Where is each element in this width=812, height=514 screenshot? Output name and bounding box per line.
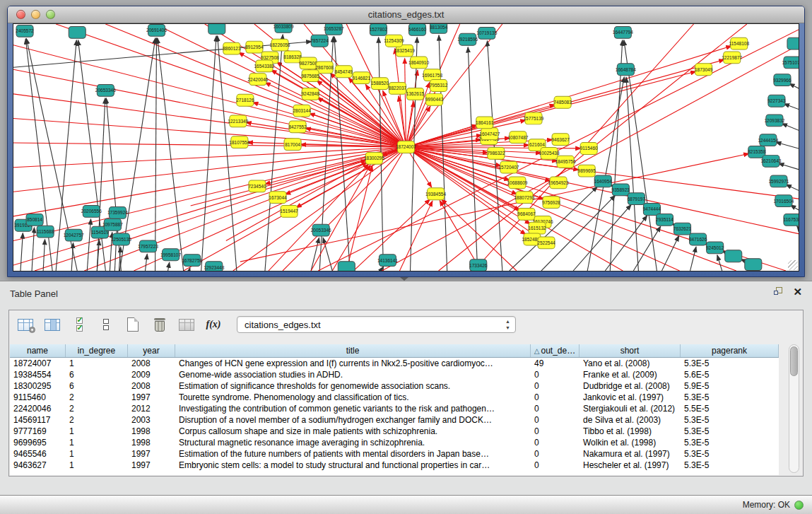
table-cell[interactable]: Dudbridge et al. (2008) — [579, 380, 681, 392]
table-cell[interactable]: Corpus callosum shape and size in male p… — [175, 426, 531, 437]
citation-edge-black[interactable] — [87, 219, 90, 271]
graph-node[interactable]: 7955312 — [430, 80, 448, 92]
column-header-pagerank[interactable]: pagerank — [681, 344, 779, 357]
graph-node[interactable]: 6466160 — [408, 24, 427, 35]
graph-node[interactable]: 16543382 — [254, 60, 274, 72]
minimize-window-button[interactable] — [31, 10, 40, 19]
table-cell[interactable]: Yano et al. (2008) — [579, 358, 681, 369]
network-window-titlebar[interactable]: citations_edges.txt — [8, 6, 804, 23]
citation-edge-black[interactable] — [778, 163, 799, 170]
table-cell[interactable]: 0 — [531, 380, 579, 392]
table-cell[interactable]: 5.9E-5 — [681, 380, 779, 392]
new-column-icon[interactable] — [124, 316, 142, 333]
graph-node[interactable]: 2405572 — [16, 25, 34, 37]
table-cell[interactable]: 5.3E-5 — [681, 414, 779, 426]
graph-node[interactable]: 1873049 — [695, 64, 713, 76]
citation-edge-black[interactable] — [786, 185, 799, 190]
graph-node[interactable]: 7632621 — [673, 223, 692, 235]
select-columns-icon[interactable] — [70, 316, 88, 333]
graph-node[interactable]: 20053346 — [311, 224, 331, 236]
citation-edge-red[interactable] — [265, 147, 406, 185]
graph-node[interactable]: 8912954 — [245, 41, 264, 53]
graph-node[interactable]: 1640954 — [594, 175, 613, 187]
graph-node[interactable]: 12093832 — [764, 115, 784, 127]
graph-node[interactable]: 18300295 — [364, 152, 384, 164]
table-cell[interactable]: 1 — [66, 448, 128, 460]
graph-node[interactable]: 20691406 — [146, 24, 167, 36]
graph-node[interactable]: 20653346 — [95, 85, 116, 97]
table-cell[interactable]: 19384554 — [10, 369, 66, 380]
table-row[interactable]: 946554611997Estimation of the future num… — [10, 448, 779, 460]
table-cell[interactable]: Jankovic et al. (1997) — [579, 392, 681, 403]
table-cell[interactable]: Tibbo et al. (1998) — [579, 426, 681, 437]
table-cell[interactable]: Estimation of significance thresholds fo… — [175, 380, 531, 392]
graph-node[interactable]: 16210643 — [760, 155, 781, 167]
table-cell[interactable]: Embryonic stem cells: a model to study s… — [175, 460, 531, 471]
graph-node[interactable]: 9684067 — [517, 209, 536, 221]
graph-node[interactable]: 1615132 — [528, 222, 546, 234]
column-header-name[interactable]: name — [10, 344, 66, 357]
graph-node[interactable]: 17359924 — [107, 207, 128, 219]
table-cell[interactable]: 18724007 — [10, 358, 66, 369]
citation-edge-black[interactable] — [218, 36, 237, 271]
table-options-icon[interactable] — [16, 316, 35, 333]
table-cell[interactable]: Nakamura et al. (1997) — [579, 448, 681, 460]
graph-node[interactable] — [208, 24, 225, 34]
table-selector-dropdown[interactable]: citations_edges.txt ▲▼ — [237, 316, 516, 333]
graph-node[interactable]: 9990443 — [425, 93, 444, 105]
graph-node[interactable]: 1733426 — [469, 259, 488, 271]
graph-node[interactable]: 12219877 — [722, 52, 742, 64]
table-row[interactable]: 2242004622012Investigating the contribut… — [10, 403, 779, 414]
citation-edge-red[interactable] — [296, 147, 406, 208]
table-cell[interactable]: 5.3E-5 — [681, 358, 779, 369]
graph-node[interactable]: 7234540 — [248, 180, 266, 192]
delete-column-icon[interactable] — [151, 316, 169, 333]
graph-node[interactable]: 18724007 — [396, 141, 416, 153]
table-cell[interactable]: 6 — [66, 369, 128, 380]
citation-edge-black[interactable] — [717, 255, 722, 271]
citation-edge-black[interactable] — [201, 36, 216, 271]
graph-node[interactable]: 1864161 — [476, 117, 494, 129]
graph-node[interactable]: 1588520 — [371, 78, 389, 90]
column-header-out_de[interactable]: △out_de… — [531, 344, 579, 357]
graph-node[interactable]: 10807487 — [507, 132, 528, 144]
citation-edge-red[interactable] — [13, 45, 406, 147]
graph-node[interactable]: 12042757 — [64, 229, 84, 241]
table-cell[interactable]: 2008 — [128, 358, 175, 369]
graph-node[interactable]: 8471626 — [689, 233, 707, 245]
graph-node[interactable]: 10025438 — [539, 148, 560, 160]
graph-node[interactable]: 8427552 — [288, 121, 307, 133]
column-header-short[interactable]: short — [579, 344, 681, 357]
graph-node[interactable]: 17016504 — [773, 195, 794, 207]
graph-node[interactable]: 16782759 — [182, 255, 202, 267]
table-row[interactable]: 1938455462009Genome-wide association stu… — [10, 369, 779, 380]
table-cell[interactable]: 2 — [66, 392, 128, 403]
graph-node[interactable]: 7986322 — [487, 148, 505, 160]
table-cell[interactable]: 5.5E-5 — [681, 403, 779, 414]
table-cell[interactable]: 14569117 — [10, 414, 66, 426]
scrollbar-thumb[interactable] — [790, 346, 798, 376]
graph-node[interactable]: 1527802 — [370, 24, 388, 35]
table-row[interactable]: 946362711997Embryonic stem cells: a mode… — [10, 460, 779, 471]
graph-node[interactable]: 11254309 — [384, 35, 404, 47]
graph-node[interactable]: 9875685 — [301, 70, 319, 82]
table-cell[interactable]: 1997 — [128, 392, 175, 403]
citation-edge-black[interactable] — [661, 235, 678, 271]
table-cell[interactable]: 9465546 — [10, 448, 66, 460]
table-cell[interactable]: 18300295 — [10, 380, 66, 392]
table-row[interactable]: 911546021997Tourette syndrome. Phenomeno… — [10, 392, 779, 403]
citation-edge-red[interactable] — [406, 147, 680, 271]
graph-node[interactable]: 15751074 — [782, 57, 799, 69]
graph-node[interactable]: 16047427 — [479, 128, 500, 140]
citation-edge-red[interactable] — [406, 71, 696, 147]
table-cell[interactable]: Structural magnetic resonance image aver… — [175, 437, 531, 448]
table-cell[interactable]: Franke et al. (2009) — [579, 369, 681, 380]
table-cell[interactable]: 2012 — [128, 403, 175, 414]
graph-node[interactable]: 12923448 — [204, 262, 224, 271]
citation-edge-black[interactable] — [32, 228, 34, 271]
graph-node[interactable]: 9242848 — [301, 88, 319, 100]
table-cell[interactable]: 0 — [531, 437, 579, 448]
citation-edge-red[interactable] — [226, 162, 367, 240]
close-window-button[interactable] — [16, 10, 25, 19]
citation-edge-red[interactable] — [240, 153, 749, 262]
